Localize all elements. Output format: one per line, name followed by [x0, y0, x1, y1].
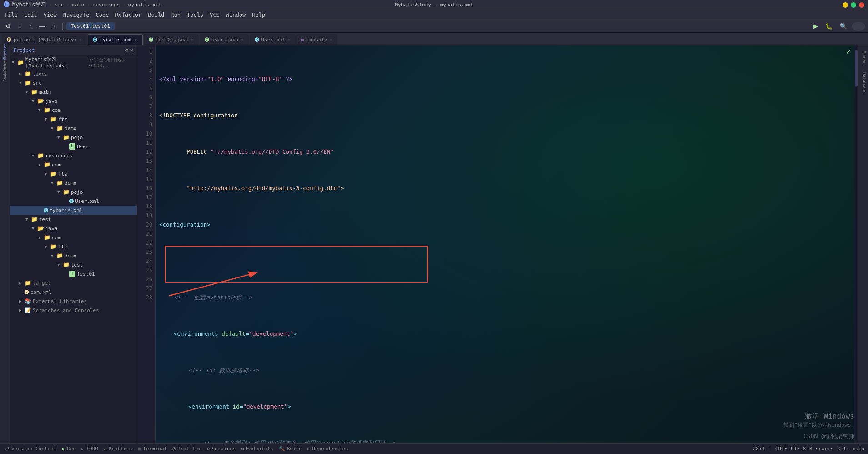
tree-ext-libs[interactable]: ▶ 📚 External Libraries [10, 297, 137, 306]
tree-main-java[interactable]: ▼ 📂 java [10, 96, 137, 106]
tab-close-console[interactable]: × [330, 37, 332, 42]
tab-close-test01[interactable]: × [191, 37, 194, 42]
menu-code[interactable]: Code [93, 11, 112, 19]
tree-target[interactable]: ▶ 📁 target [10, 278, 137, 288]
tree-test01-class[interactable]: ▶ T Test01 [10, 269, 137, 278]
tree-label-pojo: pojo [71, 135, 83, 141]
tab-pom-xml[interactable]: 🅟 pom.xml (MybatiStudy) × [2, 34, 87, 45]
toolbar-structure-btn[interactable]: ≡ [15, 22, 25, 31]
tree-pom-xml[interactable]: ▶ 🅟 pom.xml [10, 288, 137, 297]
annotation-arrow [156, 45, 565, 364]
tab-user-java[interactable]: 🅙 User.java × [200, 34, 249, 45]
toolbar-collapse-btn[interactable]: — [36, 22, 48, 31]
tree-label-test01: Test01 [77, 271, 95, 277]
tab-close-user-xml[interactable]: × [288, 37, 291, 42]
tree-arrow-scratches: ▶ [19, 308, 25, 313]
menu-build[interactable]: Build [145, 11, 167, 19]
menu-window[interactable]: Window [223, 11, 248, 19]
tree-arrow-test-demo: ▼ [51, 253, 56, 258]
run-config-selector[interactable]: Test01.test01 [66, 22, 115, 30]
version-control-btn[interactable]: ⎇ Version Control [4, 446, 56, 452]
tree-user-class[interactable]: ▶ U User [10, 142, 137, 151]
profiler-btn[interactable]: @ Profiler [172, 446, 201, 452]
menu-edit[interactable]: Edit [21, 11, 40, 19]
problems-btn[interactable]: ⚠ Problems [104, 446, 133, 452]
menu-view[interactable]: View [41, 11, 60, 19]
close-button[interactable] [859, 2, 864, 8]
project-gear-icon[interactable]: ⚙ [125, 47, 129, 53]
tab-mybatis-xml[interactable]: 🅧 mybatis.xml × [88, 34, 143, 45]
menu-run[interactable]: Run [168, 11, 183, 19]
tree-scratches[interactable]: ▶ 📝 Scratches and Consoles [10, 306, 137, 315]
bookmarks-tab-btn[interactable]: Bookmarks [1, 67, 9, 76]
tree-mybatis-xml[interactable]: ▶ 🅧 mybatis.xml [10, 206, 137, 215]
tree-res-demo[interactable]: ▼ 📁 demo [10, 178, 137, 187]
project-panel: Project ⚙ × ▼ 📁 Mybatis学习 [MybatisStudy]… [10, 45, 137, 443]
user-avatar[interactable] [852, 22, 865, 31]
tree-res-pojo[interactable]: ▼ 📁 pojo [10, 187, 137, 197]
tab-test01-java[interactable]: 🅙 Test01.java × [144, 34, 199, 45]
tree-test-ftz[interactable]: ▼ 📁 ftz [10, 242, 137, 251]
tab-close-user-java[interactable]: × [241, 37, 244, 42]
toolbar-settings-btn[interactable]: ⚙ [3, 22, 14, 31]
tree-test-com[interactable]: ▼ 📁 com [10, 233, 137, 242]
database-panel-btn[interactable]: Database [859, 69, 868, 96]
folder-icon-main-java: 📂 [37, 98, 44, 104]
tree-test-test[interactable]: ▼ 📁 test [10, 260, 137, 269]
code-container[interactable]: 1 2 3 4 5 6 7 8 9 10 11 12 13 14 15 16 1… [137, 45, 858, 443]
tree-user-xml[interactable]: ▶ 🅧 User.xml [10, 197, 137, 206]
menu-tools[interactable]: Tools [184, 11, 206, 19]
tab-close-mybatis[interactable]: × [135, 37, 138, 42]
scrollbar-thumb[interactable] [855, 50, 858, 86]
build-btn[interactable]: 🔨 Build [279, 446, 302, 452]
code-line-4: "http://mybatis.org/dtd/mybatis-3-config… [159, 184, 854, 193]
tree-root[interactable]: ▼ 📁 Mybatis学习 [MybatisStudy] D:\C盘\近日代办\… [10, 55, 137, 69]
tree-res-ftz[interactable]: ▼ 📁 ftz [10, 169, 137, 178]
toolbar-sort-btn[interactable]: ↕ [26, 22, 35, 31]
code-line-6 [159, 257, 854, 266]
toolbar-add-btn[interactable]: + [50, 22, 59, 31]
tree-test-demo[interactable]: ▼ 📁 demo [10, 251, 137, 260]
code-line-8: <environments default="development"> [159, 329, 854, 338]
tree-idea[interactable]: ▶ 📁 .idea [10, 69, 137, 78]
tree-res-com[interactable]: ▼ 📁 com [10, 160, 137, 169]
menu-navigate[interactable]: Navigate [60, 11, 92, 19]
debug-button[interactable]: 🐛 [823, 22, 835, 31]
services-btn[interactable]: ⚙ Services [207, 446, 236, 452]
editor-area: 1 2 3 4 5 6 7 8 9 10 11 12 13 14 15 16 1… [137, 45, 858, 443]
code-editor[interactable]: <?xml version="1.0" encoding="UTF-8" ?> … [156, 45, 858, 443]
tree-resources[interactable]: ▼ 📁 resources [10, 151, 137, 160]
tree-label-test-java: java [45, 226, 58, 232]
tab-console[interactable]: ⊞ console × [296, 34, 337, 45]
tree-src[interactable]: ▼ 📁 src [10, 78, 137, 87]
menu-file[interactable]: File [2, 11, 20, 19]
menu-help[interactable]: Help [249, 11, 268, 19]
tab-user-xml[interactable]: 🅧 User.xml × [250, 34, 296, 45]
tree-demo[interactable]: ▼ 📁 demo [10, 124, 137, 133]
project-close-icon[interactable]: × [130, 47, 133, 53]
endpoints-btn[interactable]: ⊕ Endpoints [241, 446, 273, 452]
tab-close-pom[interactable]: × [79, 37, 82, 42]
search-everywhere-btn[interactable]: 🔍 [837, 22, 850, 31]
tree-label-ext-libs: External Libraries [33, 298, 87, 304]
tree-test-java[interactable]: ▼ 📂 java [10, 224, 137, 233]
dependencies-btn[interactable]: ⊞ Dependencies [307, 446, 348, 452]
line-sep: | [768, 446, 772, 452]
run-btn[interactable]: ▶ Run [62, 446, 76, 452]
todo-btn[interactable]: ☑ TODO [81, 446, 98, 452]
maximize-button[interactable] [851, 2, 856, 8]
tree-pojo[interactable]: ▼ 📁 pojo [10, 133, 137, 142]
tree-main[interactable]: ▼ 📁 main [10, 87, 137, 96]
editor-scrollbar[interactable] [854, 45, 858, 443]
maven-panel-btn[interactable]: Maven [859, 47, 868, 67]
tree-main-java-com[interactable]: ▼ 📁 com [10, 106, 137, 115]
minimize-button[interactable] [843, 2, 848, 8]
terminal-btn[interactable]: ⊞ Terminal [138, 446, 167, 452]
run-button[interactable]: ▶ [811, 22, 821, 31]
tab-label-mybatis: mybatis.xml [100, 37, 133, 43]
tree-label-scratches: Scratches and Consoles [33, 308, 99, 313]
tree-ftz[interactable]: ▼ 📁 ftz [10, 115, 137, 124]
tree-test[interactable]: ▼ 📁 test [10, 215, 137, 224]
menu-refactor[interactable]: Refactor [112, 11, 144, 19]
menu-vcs[interactable]: VCS [207, 11, 222, 19]
